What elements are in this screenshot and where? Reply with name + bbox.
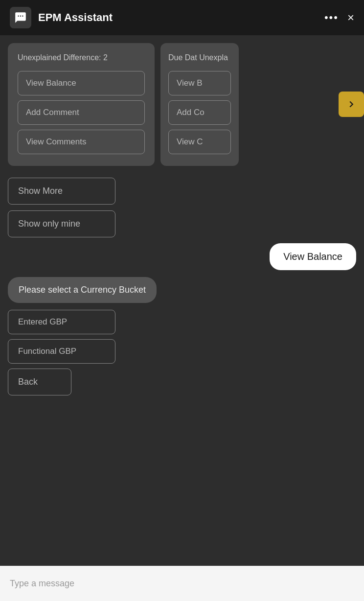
view-balance-text: View Balance xyxy=(283,251,342,262)
back-button[interactable]: Back xyxy=(8,369,71,395)
currency-prompt-text: Please select a Currency Bucket xyxy=(19,285,146,295)
entered-gbp-button[interactable]: Entered GBP xyxy=(8,310,115,334)
card-2-add-comment-button[interactable]: Add Co xyxy=(168,100,231,125)
message-input-placeholder[interactable]: Type a message xyxy=(10,578,74,589)
svg-rect-0 xyxy=(18,16,19,17)
app-header: EPM Assistant ••• × xyxy=(0,0,364,35)
main-content: Unexplained Difference: 2 View Balance A… xyxy=(0,35,364,566)
next-arrow-button[interactable] xyxy=(339,92,364,117)
card-1-view-balance-button[interactable]: View Balance xyxy=(18,71,145,95)
close-button[interactable]: × xyxy=(347,12,354,23)
app-title: EPM Assistant xyxy=(38,11,113,24)
show-more-button[interactable]: Show More xyxy=(8,178,115,205)
cards-container: Unexplained Difference: 2 View Balance A… xyxy=(0,43,247,166)
card-1-add-comment-button[interactable]: Add Comment xyxy=(18,100,145,125)
card-2-title: Due Dat Unexpla xyxy=(168,53,231,63)
show-only-mine-button[interactable]: Show only mine xyxy=(8,210,115,237)
card-1: Unexplained Difference: 2 View Balance A… xyxy=(8,43,155,166)
card-1-title: Unexplained Difference: 2 xyxy=(18,53,145,63)
bottom-section: Show More Show only mine View Balance Pl… xyxy=(0,174,364,409)
card-carousel: Unexplained Difference: 2 View Balance A… xyxy=(0,35,364,174)
card-2-view-comments-button[interactable]: View C xyxy=(168,130,231,154)
view-balance-bubble[interactable]: View Balance xyxy=(270,243,356,270)
header-right: ••• × xyxy=(324,11,354,24)
currency-prompt: Please select a Currency Bucket xyxy=(8,277,157,303)
svg-rect-1 xyxy=(20,16,21,17)
functional-gbp-button[interactable]: Functional GBP xyxy=(8,339,115,364)
header-left: EPM Assistant xyxy=(10,7,113,28)
svg-rect-2 xyxy=(22,16,23,17)
card-2-view-balance-button[interactable]: View B xyxy=(168,71,231,95)
message-footer: Type a message xyxy=(0,566,364,601)
more-options-button[interactable]: ••• xyxy=(324,11,339,24)
card-1-view-comments-button[interactable]: View Comments xyxy=(18,130,145,154)
chat-icon xyxy=(10,7,31,28)
card-2-partial: Due Dat Unexpla View B Add Co View C xyxy=(160,43,239,166)
